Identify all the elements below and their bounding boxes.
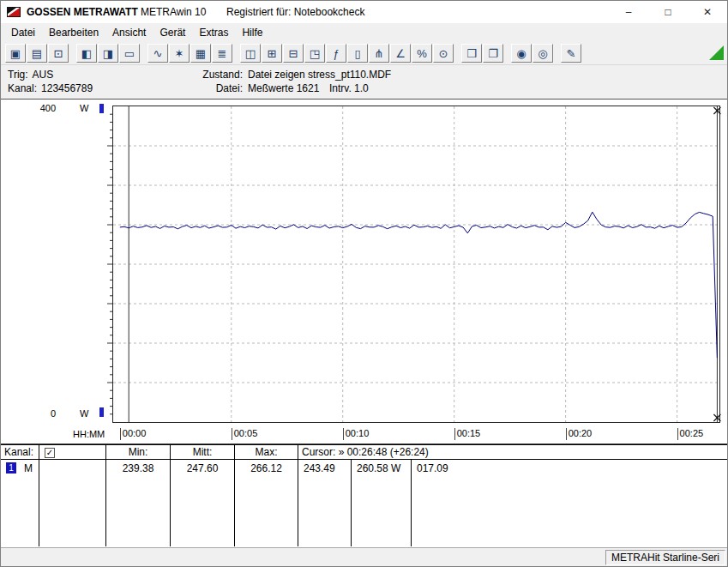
minimize-button[interactable]: – <box>609 1 648 23</box>
y-axis-min-label: 0 <box>33 408 56 419</box>
open-file-icon[interactable]: ⊡ <box>48 44 69 63</box>
merge-channels-icon[interactable]: ⋔ <box>369 44 389 63</box>
toolbar: ▣▤⊡◧◨▭∿✶▦≣◫⊞⊟◳ƒ▯⋔∠%⊙❒❐◉◎✎ <box>1 42 727 65</box>
datei-label: Datei: <box>198 82 243 94</box>
chart-panel: 400 W 0 W HH:MM 00:0000:0500:1000:1500:2… <box>1 100 727 444</box>
cell-cursor2-value: 260.58 W <box>352 460 412 546</box>
zoom-icon[interactable]: ◎ <box>532 44 553 63</box>
maximize-button[interactable]: □ <box>648 1 688 23</box>
device-name: METRAHit Starline-Seri <box>605 550 725 565</box>
cell-max: 266.12 <box>235 460 298 546</box>
import-view-icon[interactable]: ◨ <box>98 44 118 63</box>
zustand-value: Datei zeigen stress_pt110.MDF <box>248 69 391 81</box>
toolbar-buttons: ▣▤⊡◧◨▭∿✶▦≣◫⊞⊟◳ƒ▯⋔∠%⊙❒❐◉◎✎ <box>5 44 582 63</box>
trig-value: AUS <box>33 69 54 81</box>
kanal-value: 123456789 <box>41 82 93 94</box>
app-vendor-title: GOSSEN METRAWATT <box>27 6 138 18</box>
channel-grid-icon[interactable]: ⊞ <box>262 44 282 63</box>
trig-label: Trig: <box>8 69 28 81</box>
display-window-icon[interactable]: ▭ <box>119 44 140 63</box>
split-window-icon[interactable]: ◫ <box>240 44 261 63</box>
window-controls: –□✕ <box>609 1 727 23</box>
cell-empty <box>39 460 106 546</box>
monitor-icon[interactable]: ◳ <box>304 44 325 63</box>
toolbar-separator <box>69 44 76 63</box>
app-logo-icon <box>7 5 21 19</box>
cell-min: 239.38 <box>106 460 171 546</box>
print-report-icon[interactable]: ❐ <box>483 44 503 63</box>
zustand-label: Zustand: <box>198 69 243 81</box>
app-name-title: METRAwin 10 <box>141 6 206 18</box>
cell-cursor1-value: 243.49 <box>298 460 352 546</box>
export-view-icon[interactable]: ◧ <box>76 44 97 63</box>
cell-cursor-delta: 017.09 <box>412 460 727 546</box>
channel-status: Kanal:123456789 <box>8 82 93 94</box>
comment-icon[interactable]: ✎ <box>561 44 581 63</box>
y-axis-unit-bottom: W <box>80 408 88 419</box>
plot-area[interactable] <box>112 106 720 423</box>
menu-bearbeiten[interactable]: Bearbeiten <box>42 24 105 41</box>
memory-card-icon[interactable]: ▯ <box>347 44 368 63</box>
y-axis-max-label: 400 <box>33 103 56 113</box>
print-icon[interactable]: ❒ <box>461 44 482 63</box>
registration-text: Registriert für: Notebookcheck <box>226 6 364 18</box>
save-data-icon[interactable]: ▤ <box>27 44 47 63</box>
digital-display-icon[interactable]: ⊟ <box>283 44 304 63</box>
menu-geraet[interactable]: Gerät <box>153 24 192 41</box>
x-axis-tick: 00:00 <box>120 428 147 440</box>
datei-value: Meßwerte 1621 <box>248 82 319 94</box>
header-cursor: Cursor: » 00:26:48 (+26:24) <box>298 445 727 459</box>
menu-extras[interactable]: Extras <box>192 24 235 41</box>
value-table-icon[interactable]: ▦ <box>190 44 211 63</box>
header-min: Min: <box>106 445 171 459</box>
check-icon: ✓ <box>46 448 53 457</box>
menu-hilfe[interactable]: Hilfe <box>235 24 269 41</box>
interval-value: Intrv. 1.0 <box>329 82 369 94</box>
kanal-label: Kanal: <box>8 82 37 94</box>
header-mitt: Mitt: <box>171 445 235 459</box>
x-axis-tick: 00:20 <box>566 428 593 440</box>
curve-chart-icon[interactable]: ∿ <box>147 44 168 63</box>
menu-bar: DateiBearbeitenAnsichtGerätExtrasHilfe <box>1 23 727 42</box>
title-bar: GOSSEN METRAWATT METRAwin 10 Registriert… <box>1 1 727 23</box>
toolbar-separator <box>141 44 147 63</box>
save-icon[interactable]: ▣ <box>5 44 26 63</box>
trigger-status: Trig:AUS <box>8 69 53 81</box>
channel-mode: M <box>24 462 33 474</box>
table-header-row: Kanal: ✓ Min: Mitt: Max: Cursor: » 00:26… <box>1 445 727 460</box>
x-axis-format-label: HH:MM <box>73 429 105 439</box>
status-bar: METRAHit Starline-Seri <box>1 547 727 567</box>
menu-datei[interactable]: Datei <box>4 24 42 41</box>
channel-color-chip: 1 <box>6 462 16 474</box>
table-row: 1M 239.38 247.60 266.12 243.49 260.58 W … <box>1 460 727 546</box>
toolbar-separator <box>504 44 511 63</box>
list-view-icon[interactable]: ≣ <box>212 44 232 63</box>
info-bar: Trig:AUS Kanal:123456789 Zustand: Datei … <box>1 65 727 100</box>
cell-mitt: 247.60 <box>171 460 235 546</box>
clock-icon[interactable]: ⊙ <box>433 44 454 63</box>
channel-visibility-checkbox[interactable]: ✓ <box>45 448 55 458</box>
x-axis-tick: 00:25 <box>677 428 704 440</box>
crosshair-icon[interactable]: ✶ <box>169 44 190 63</box>
cell-channel[interactable]: 1M <box>1 460 39 546</box>
channel-marker-top <box>99 104 104 113</box>
angle-measure-icon[interactable]: ∠ <box>390 44 411 63</box>
metrawin-window: { "window": { "app_vendor": "GOSSEN METR… <box>0 0 728 567</box>
x-axis-tick: 00:10 <box>343 428 370 440</box>
header-max: Max: <box>235 445 298 459</box>
close-button[interactable]: ✕ <box>688 1 727 23</box>
online-indicator <box>709 45 724 60</box>
toolbar-separator <box>233 44 240 63</box>
menu-ansicht[interactable]: Ansicht <box>105 24 153 41</box>
y-axis-unit-top: W <box>80 103 88 113</box>
x-axis-tick: 00:05 <box>232 428 258 440</box>
formula-icon[interactable]: ƒ <box>326 44 346 63</box>
zoom-window-icon[interactable]: ◉ <box>511 44 532 63</box>
toolbar-separator <box>454 44 461 63</box>
measurement-table: Kanal: ✓ Min: Mitt: Max: Cursor: » 00:26… <box>1 444 727 547</box>
x-axis: HH:MM 00:0000:0500:1000:1500:2000:25 <box>1 427 727 442</box>
header-visibility: ✓ <box>39 445 106 459</box>
header-kanal: Kanal: <box>1 445 39 459</box>
channel-marker-bottom <box>99 407 104 417</box>
percent-icon[interactable]: % <box>412 44 432 63</box>
